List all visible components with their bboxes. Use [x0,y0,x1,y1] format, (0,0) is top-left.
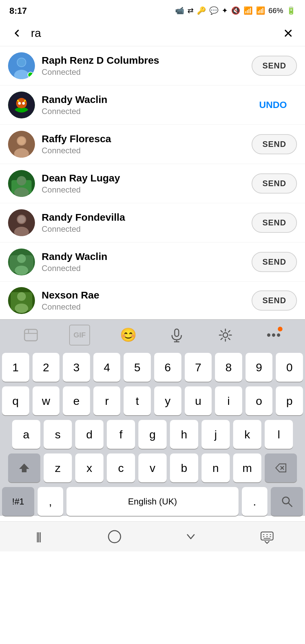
svg-rect-35 [175,329,179,336]
more-options-icon[interactable]: ••• [264,325,285,345]
avatar [8,209,35,236]
search-key[interactable] [271,487,303,516]
send-button[interactable]: SEND [252,134,297,154]
key-x[interactable]: x [75,453,103,482]
symbol-key[interactable]: !#1 [2,487,34,516]
list-item: Dean Ray Lugay Connected SEND [0,164,305,203]
undo-button[interactable]: UNDO [249,95,297,115]
key-9[interactable]: 9 [246,353,273,382]
period-key[interactable]: . [242,487,267,516]
svg-marker-39 [19,464,29,472]
key-f[interactable]: f [107,420,135,449]
key-y[interactable]: y [154,386,181,415]
key-j[interactable]: j [202,420,230,449]
settings-icon[interactable] [215,325,236,345]
shift-key[interactable] [8,453,40,482]
keyboard-toolbar: GIF 😊 ••• [0,319,305,350]
list-item: Randy Waclin Connected UNDO [0,86,305,125]
send-button[interactable]: SEND [252,290,297,311]
avatar [8,92,35,118]
key-t[interactable]: t [124,386,151,415]
contact-name: Raffy Floresca [42,133,245,145]
key-v[interactable]: v [138,453,167,482]
key-z[interactable]: z [44,453,72,482]
key-d[interactable]: d [75,420,103,449]
microphone-icon[interactable] [166,325,187,345]
back-nav-icon: ||| [36,530,40,543]
send-button[interactable]: SEND [252,213,297,233]
key-h[interactable]: h [170,420,198,449]
send-button[interactable]: SEND [252,173,297,194]
number-row: 1 2 3 4 5 6 7 8 9 0 [2,353,303,382]
key-2[interactable]: 2 [33,353,60,382]
key-r[interactable]: r [93,386,121,415]
contact-info: Raffy Floresca Connected [35,133,252,155]
emoji-icon[interactable]: 😊 [118,325,139,345]
avatar [8,249,35,275]
online-indicator [28,72,34,78]
qwerty-row: q w e r t y u i o p [2,386,303,415]
contact-name: Randy Fondevilla [42,212,245,223]
key-3[interactable]: 3 [63,353,90,382]
back-nav-button[interactable]: ||| [25,523,52,550]
key-u[interactable]: u [185,386,212,415]
key-6[interactable]: 6 [154,353,181,382]
key-m[interactable]: m [233,453,261,482]
key-q[interactable]: q [2,386,29,415]
sticker-icon[interactable] [20,325,41,345]
contact-name: Dean Ray Lugay [42,172,245,184]
list-item: Nexson Rae Connected SEND [0,282,305,319]
key-7[interactable]: 7 [185,353,212,382]
key-5[interactable]: 5 [124,353,151,382]
key-b[interactable]: b [170,453,198,482]
contact-status: Connected [42,67,245,77]
key-4[interactable]: 4 [93,353,121,382]
contact-info: Dean Ray Lugay Connected [35,172,252,195]
backspace-key[interactable] [265,453,297,482]
key-l[interactable]: l [265,420,293,449]
clear-button[interactable] [279,24,297,42]
back-button[interactable] [8,24,26,42]
key-g[interactable]: g [138,420,167,449]
key-8[interactable]: 8 [215,353,242,382]
svg-line-43 [288,503,292,506]
key-o[interactable]: o [246,386,273,415]
home-nav-button[interactable] [101,523,128,550]
key-0[interactable]: 0 [276,353,303,382]
key-a[interactable]: a [12,420,40,449]
asdf-row: a s d f g h j k l [2,420,303,449]
key-k[interactable]: k [233,420,261,449]
svg-point-31 [15,304,28,313]
key-c[interactable]: c [107,453,135,482]
search-input[interactable] [26,26,279,40]
list-item: Randy Waclin Connected SEND [0,243,305,282]
mute-icon: 🔇 [231,6,240,15]
key-p[interactable]: p [276,386,303,415]
comma-key[interactable]: , [38,487,63,516]
svg-point-30 [17,292,26,301]
status-time: 8:17 [9,6,27,16]
send-button[interactable]: SEND [252,56,297,76]
keyboard-hide-button[interactable] [254,523,280,550]
contact-info: Randy Waclin Connected [35,251,252,273]
key-n[interactable]: n [202,453,230,482]
gif-icon[interactable]: GIF [69,325,90,345]
space-key[interactable]: English (UK) [67,487,238,516]
key-e[interactable]: e [63,386,90,415]
contact-status: Connected [42,146,245,155]
status-bar: 8:17 📹 ⇄ 🔑 💬 ✦ 🔇 📶 📶 66% 🔋 [0,0,305,20]
key-s[interactable]: s [44,420,72,449]
send-button[interactable]: SEND [252,252,297,272]
svg-point-11 [22,102,25,105]
svg-point-27 [15,266,28,275]
key-i[interactable]: i [215,386,242,415]
bottom-nav: ||| [0,521,305,551]
list-item: Randy Fondevilla Connected SEND [0,203,305,243]
list-item: Raffy Floresca Connected SEND [0,125,305,164]
signal-icon: 📶 [256,6,265,15]
zxcv-row: z x c v b n m [2,453,303,482]
key-w[interactable]: w [33,386,60,415]
recent-nav-button[interactable] [177,523,204,550]
avatar [8,170,35,197]
key-1[interactable]: 1 [2,353,29,382]
